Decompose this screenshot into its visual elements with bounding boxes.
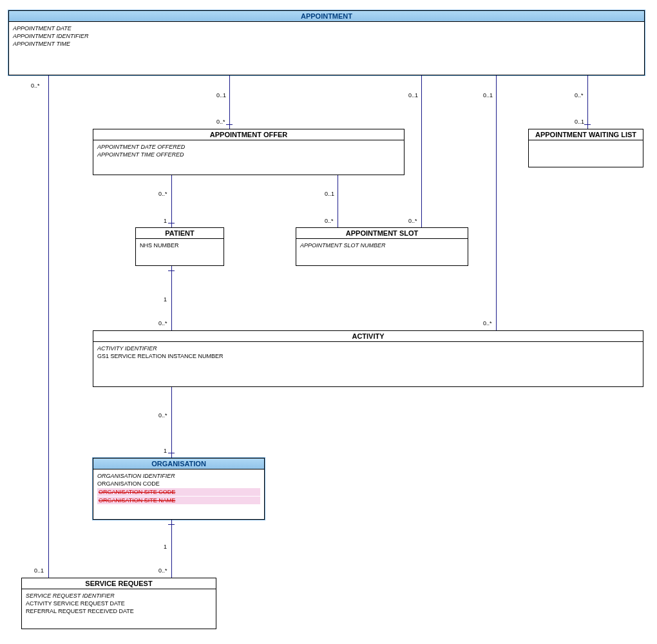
entity-title: APPOINTMENT SLOT — [296, 228, 468, 239]
multiplicity-label: 0..* — [158, 320, 167, 327]
entity-organisation: ORGANISATION ORGANISATION IDENTIFIER ORG… — [93, 458, 265, 520]
multiplicity-label: 1 — [164, 448, 167, 454]
entity-attr: REFERRAL REQUEST RECEIVED DATE — [26, 607, 212, 615]
multiplicity-label: 0..1 — [325, 191, 334, 197]
entity-appointment-slot: APPOINTMENT SLOT APPOINTMENT SLOT NUMBER — [296, 227, 468, 266]
entity-attr: ORGANISATION CODE — [97, 480, 260, 488]
multiplicity-label: 0..* — [158, 191, 167, 197]
entity-attr: GS1 SERVICE RELATION INSTANCE NUMBER — [97, 352, 639, 360]
entity-attr-struck: ORGANISATION SITE CODE — [97, 488, 260, 496]
relation-line — [421, 75, 422, 227]
entity-attr: APPOINTMENT SLOT NUMBER — [300, 242, 464, 249]
multiplicity-label: 0..1 — [483, 92, 493, 99]
multiplicity-label: 1 — [164, 296, 167, 303]
entity-attr: ACTIVITY SERVICE REQUEST DATE — [26, 600, 212, 607]
entity-attr: ORGANISATION IDENTIFIER — [97, 472, 260, 480]
er-diagram-canvas: APPOINTMENT APPOINTMENT DATE APPOINTMENT… — [0, 0, 657, 644]
relation-line — [48, 75, 49, 578]
entity-attr: NHS NUMBER — [140, 242, 220, 249]
relation-line — [587, 75, 588, 129]
relation-line — [171, 520, 172, 578]
entity-title: ACTIVITY — [93, 331, 643, 342]
entity-attr: APPOINTMENT DATE — [13, 24, 640, 32]
entity-title: SERVICE REQUEST — [22, 578, 216, 589]
entity-title: ORGANISATION — [93, 459, 264, 469]
entity-attr: SERVICE REQUEST IDENTIFIER — [26, 592, 212, 600]
relation-line — [229, 75, 230, 129]
multiplicity-label: 1 — [164, 544, 167, 550]
relation-tick — [168, 524, 175, 525]
relation-line — [171, 266, 172, 330]
multiplicity-label: 0..* — [31, 82, 40, 89]
entity-patient: PATIENT NHS NUMBER — [135, 227, 224, 266]
multiplicity-label: 0..* — [158, 412, 167, 419]
multiplicity-label: 0..* — [408, 218, 417, 224]
multiplicity-label: 0..1 — [575, 118, 584, 125]
multiplicity-label: 0..1 — [408, 92, 418, 99]
relation-line — [171, 175, 172, 227]
relation-line — [496, 75, 497, 330]
multiplicity-label: 0..1 — [34, 567, 44, 574]
multiplicity-label: 0..* — [483, 320, 492, 327]
entity-attr: APPOINTMENT TIME OFFERED — [97, 151, 400, 158]
multiplicity-label: 0..* — [216, 118, 225, 125]
entity-appointment: APPOINTMENT APPOINTMENT DATE APPOINTMENT… — [8, 10, 645, 75]
relation-tick — [168, 453, 175, 453]
multiplicity-label: 0..* — [325, 218, 334, 224]
entity-service-request: SERVICE REQUEST SERVICE REQUEST IDENTIFI… — [21, 578, 216, 629]
multiplicity-label: 0..* — [575, 92, 584, 99]
entity-appointment-offer: APPOINTMENT OFFER APPOINTMENT DATE OFFER… — [93, 129, 405, 175]
entity-appointment-waiting-list: APPOINTMENT WAITING LIST — [528, 129, 643, 167]
relation-tick — [168, 223, 175, 223]
entity-title: APPOINTMENT OFFER — [93, 129, 404, 140]
entity-title: APPOINTMENT WAITING LIST — [529, 129, 643, 140]
entity-attr: ACTIVITY IDENTIFIER — [97, 345, 639, 352]
entity-activity: ACTIVITY ACTIVITY IDENTIFIER GS1 SERVICE… — [93, 330, 643, 387]
entity-attr: APPOINTMENT TIME — [13, 40, 640, 48]
entity-attr: APPOINTMENT IDENTIFIER — [13, 32, 640, 40]
entity-attr-struck: ORGANISATION SITE NAME — [97, 497, 260, 504]
relation-tick — [226, 124, 233, 125]
relation-tick — [168, 270, 175, 271]
multiplicity-label: 1 — [164, 218, 167, 224]
relation-line — [338, 175, 338, 227]
entity-attr: APPOINTMENT DATE OFFERED — [97, 143, 400, 151]
relation-tick — [584, 124, 591, 125]
entity-title: APPOINTMENT — [9, 11, 644, 22]
entity-title: PATIENT — [136, 228, 224, 239]
multiplicity-label: 0..1 — [216, 92, 226, 99]
relation-line — [171, 387, 172, 458]
multiplicity-label: 0..* — [158, 567, 167, 574]
